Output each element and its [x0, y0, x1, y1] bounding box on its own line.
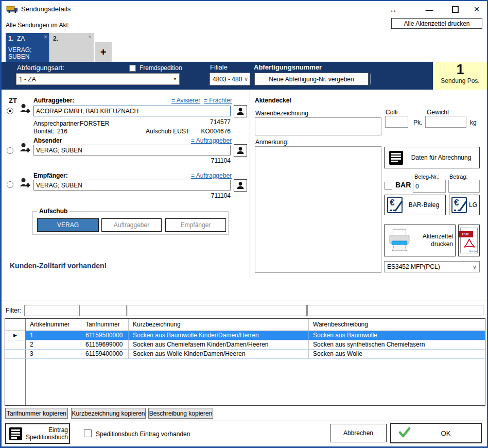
absender-label: Absender: [33, 137, 62, 144]
tab2-close-icon[interactable]: ×: [88, 33, 92, 41]
anmerkung-textarea[interactable]: [255, 146, 381, 273]
bar-beleg-label: BAR-Beleg: [403, 201, 445, 209]
empfaenger-contact-button[interactable]: [234, 179, 247, 192]
eintrag-speditionsbuch-button[interactable]: Eintrag Speditionsbuch: [5, 423, 70, 444]
beleg-nr-label: Beleg-Nr.:: [414, 174, 440, 180]
maximize-icon: [452, 6, 459, 13]
betrag-input[interactable]: [448, 180, 480, 193]
window-title: Sendungsdetails: [21, 5, 71, 13]
speditionsbuch-checkbox[interactable]: [84, 429, 92, 437]
column-header-tarifnummer[interactable]: Tarifnummer: [81, 319, 129, 331]
tab-shipment-1[interactable]: 1. ZA × VERAG; SUBEN: [6, 33, 49, 62]
pdf-icon: PDF Adobe: [460, 228, 478, 253]
empfaenger-radio[interactable]: [7, 181, 13, 188]
aktenzettel-drucken-button[interactable]: Aktenzettel drucken: [384, 225, 456, 256]
row-selector-header: [5, 319, 26, 331]
aufschub-eust-value: KO004676: [197, 128, 231, 135]
cell-warenbeschreibung: Socken aus Baumwolle: [309, 331, 485, 340]
absender-radio[interactable]: [7, 147, 13, 154]
fraechter-link[interactable]: = Frächter: [204, 97, 232, 104]
empfaenger-label: Empfänger:: [33, 172, 68, 179]
panel-divider: [250, 90, 250, 279]
maximize-button[interactable]: [448, 4, 462, 15]
empfaenger-number: 711104: [198, 192, 231, 199]
empfaenger-input[interactable]: [33, 180, 231, 191]
bar-beleg-button[interactable]: € BAR-Beleg: [384, 195, 446, 215]
add-person-icon[interactable]: [19, 142, 30, 156]
copy-tarifnummer-button[interactable]: Tarifnummer kopieren: [5, 408, 68, 419]
app-truck-icon: [6, 5, 19, 15]
sendungsdetails-window: Sendungsdetails ↔ — × Alle Sendungen im …: [0, 0, 488, 448]
bar-checkbox[interactable]: [385, 182, 392, 189]
beleg-nr-input[interactable]: [413, 180, 446, 193]
auftraggeber-radio[interactable]: [7, 108, 13, 114]
close-button[interactable]: ×: [470, 4, 483, 15]
column-header-kurzbezeichnung[interactable]: Kurzbezeichnung: [129, 319, 309, 331]
resize-icon[interactable]: ↔: [387, 4, 400, 15]
add-person-icon[interactable]: [19, 103, 30, 116]
cell-tarifnummer: 61159500000: [81, 331, 129, 340]
aufschub-auftraggeber-button[interactable]: Auftraggeber: [101, 218, 162, 232]
table-row[interactable]: ▶ 1 61159500000 Socken aus Baumwolle Kin…: [5, 331, 485, 340]
filter-input-tarifnummer[interactable]: [79, 305, 127, 316]
aufschub-empfaenger-button[interactable]: Empfänger: [165, 218, 226, 232]
abbrechen-button[interactable]: Abbrechen: [330, 424, 387, 442]
filter-input-kurzbezeichnung[interactable]: [128, 305, 307, 316]
copy-beschreibung-button[interactable]: Beschreibung kopieren: [148, 408, 213, 419]
contact-person-icon: [236, 146, 245, 154]
neue-abfertigungsnr-button[interactable]: Neue Abfertigung-Nr. vergeben: [254, 73, 369, 85]
kg-suffix: kg: [470, 119, 477, 126]
printer-select[interactable]: ES3452 MFP(PCL) ∨: [384, 261, 480, 272]
print-all-aktenzettel-button[interactable]: Alle Aktenzettel drucken: [391, 18, 482, 29]
gewicht-input[interactable]: [425, 116, 466, 128]
abfertigung-band: Abfertigungsart: Fremdspedition Filiale …: [2, 62, 487, 90]
printer-chevron-icon: ∨: [470, 264, 479, 270]
filter-input-warenbeschreibung[interactable]: [307, 305, 483, 316]
filter-label: Filter:: [6, 307, 21, 314]
avisierer-link[interactable]: = Avisierer: [171, 97, 200, 104]
table-row[interactable]: 2 61159699000 Socken aus Chemiefasern Ki…: [5, 340, 485, 350]
cell-artikelnummer: 2: [26, 340, 81, 349]
absender-input[interactable]: [33, 145, 231, 156]
filiale-select[interactable]: 4803 - 480 ∨: [210, 73, 250, 85]
sendung-pos-count: 1: [433, 62, 487, 77]
add-shipment-button[interactable]: +: [95, 42, 112, 62]
printer-value: ES3452 MFP(PCL): [385, 263, 470, 270]
zt-label: ZT: [9, 97, 17, 105]
band-divider: [370, 74, 371, 84]
betrag-label: Betrag:: [449, 174, 467, 180]
daten-abrechnung-button[interactable]: Daten für Abrechnung: [384, 147, 480, 168]
auftraggeber-input[interactable]: [33, 106, 231, 116]
abfertigungsart-value: 1 - ZA: [16, 76, 171, 83]
absender-contact-button[interactable]: [234, 144, 247, 157]
bonitaet-value: 216: [57, 128, 67, 135]
ansprechpartner-value: FORSTER: [80, 120, 109, 127]
abfertigungsart-select[interactable]: 1 - ZA ▼: [16, 73, 180, 85]
ansprechpartner-label: Ansprechpartner:: [33, 120, 81, 127]
aufschub-verag-button[interactable]: VERAG: [37, 218, 99, 232]
absender-auftraggeber-link[interactable]: = Auftraggeber: [191, 137, 232, 144]
add-person-icon[interactable]: [19, 177, 30, 191]
check-icon: [398, 427, 411, 440]
colli-input[interactable]: [385, 116, 408, 128]
warenbezeichnung-input[interactable]: [255, 117, 381, 135]
all-shipments-label: Alle Sendungen im Akt:: [6, 22, 69, 29]
pdf-export-button[interactable]: PDF Adobe: [458, 225, 480, 256]
filter-input-artikelnummer[interactable]: [24, 305, 78, 316]
aufschub-eust-label: Aufschub EUST:: [146, 128, 190, 135]
table-row[interactable]: 3 61159400000 Socken aus Wolle Kinder/Da…: [5, 350, 485, 359]
tab-shipment-2[interactable]: 2. ×: [50, 33, 94, 62]
filiale-value: 4803 - 480: [210, 76, 242, 83]
tab1-close-icon[interactable]: ×: [44, 33, 47, 41]
copy-kurzbezeichnung-button[interactable]: Kurzbezeichnung kopieren: [71, 408, 146, 419]
column-header-artikelnummer[interactable]: Artikelnummer: [26, 319, 81, 331]
column-header-warenbeschreibung[interactable]: Warenbeschreibung: [309, 319, 485, 331]
auftraggeber-contact-button[interactable]: [234, 105, 247, 117]
ok-button[interactable]: OK: [390, 423, 482, 443]
tab1-number: 1.: [8, 35, 13, 42]
lg-button[interactable]: € LG: [449, 195, 480, 215]
fremdspedition-checkbox[interactable]: [129, 65, 136, 72]
footer-border: [2, 421, 487, 421]
minimize-button[interactable]: —: [423, 4, 436, 15]
empfaenger-auftraggeber-link[interactable]: = Auftraggeber: [191, 172, 232, 179]
